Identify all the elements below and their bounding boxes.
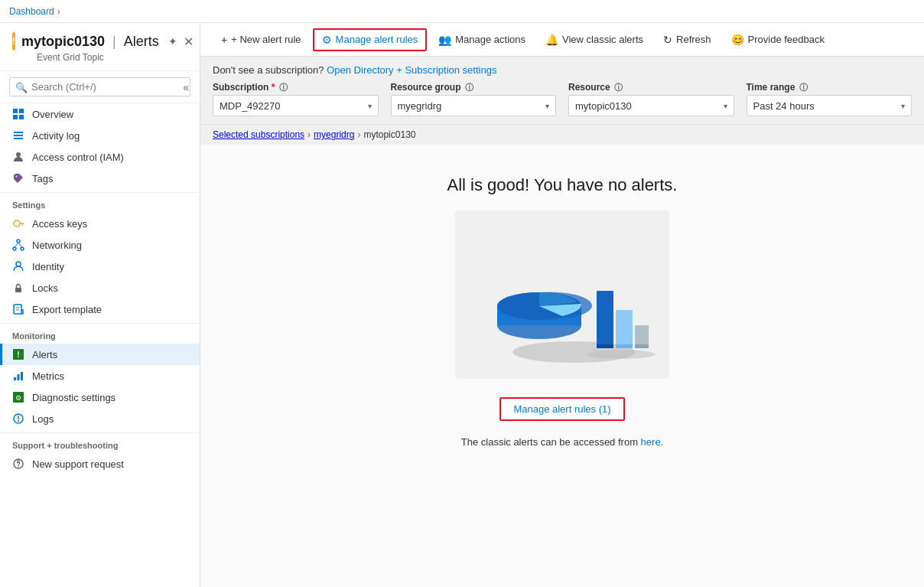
sidebar-item-overview[interactable]: Overview xyxy=(0,103,200,125)
sidebar-item-locks[interactable]: Locks xyxy=(0,277,200,298)
metrics-icon xyxy=(12,370,24,382)
sidebar-item-networking[interactable]: Networking xyxy=(0,234,200,256)
search-input[interactable] xyxy=(9,77,190,96)
required-marker: * xyxy=(272,82,275,93)
subscription-info-icon: ⓘ xyxy=(279,83,288,92)
sidebar-item-diagnostic[interactable]: ⚙ Diagnostic settings xyxy=(0,386,200,408)
sidebar-item-tags[interactable]: Tags xyxy=(0,168,200,189)
feedback-button[interactable]: 😊 Provide feedback xyxy=(723,29,833,51)
sidebar-item-metrics[interactable]: Metrics xyxy=(0,365,200,386)
sidebar-item-support[interactable]: New support request xyxy=(0,453,200,474)
svg-rect-19 xyxy=(14,305,21,314)
view-classic-alerts-button[interactable]: 🔔 View classic alerts xyxy=(537,29,652,51)
resource-value: mytopic0130 xyxy=(575,100,721,112)
new-alert-rule-button[interactable]: + + New alert rule xyxy=(213,29,310,51)
resource-group-select[interactable]: myegridrg ▾ xyxy=(391,95,557,116)
svg-rect-1 xyxy=(19,109,24,113)
pin-icon[interactable]: ✦ xyxy=(168,35,177,47)
main-message-area: All is good! You have no alerts. xyxy=(200,145,924,463)
resource-label: Resource ⓘ xyxy=(568,82,734,93)
no-alerts-illustration xyxy=(455,210,669,379)
resource-separator: | xyxy=(112,34,116,50)
time-range-select[interactable]: Past 24 hours ▾ xyxy=(747,95,913,116)
classic-alerts-link[interactable]: here. xyxy=(641,436,664,448)
no-alerts-heading: All is good! You have no alerts. xyxy=(447,175,678,195)
breadcrumb-sep1: › xyxy=(307,129,311,140)
sidebar-item-label: Metrics xyxy=(32,370,64,382)
close-icon[interactable]: ✕ xyxy=(184,34,194,49)
manage-alert-rules-link-button[interactable]: Manage alert rules (1) xyxy=(499,397,624,421)
open-directory-link[interactable]: Open Directory + Subscription settings xyxy=(327,64,496,76)
refresh-icon: ↻ xyxy=(663,34,672,46)
classic-alerts-prefix: The classic alerts can be accessed from xyxy=(461,436,638,448)
breadcrumb-home[interactable]: Dashboard xyxy=(9,6,54,17)
sidebar-item-export[interactable]: Export template xyxy=(0,298,200,320)
svg-line-15 xyxy=(15,243,18,247)
support-section: New support request xyxy=(0,453,200,474)
time-range-chevron-icon: ▾ xyxy=(901,102,905,110)
time-range-filter-group: Time range ⓘ Past 24 hours ▾ xyxy=(747,82,913,116)
svg-text:!: ! xyxy=(17,351,19,359)
resource-page: Alerts xyxy=(124,34,159,50)
sidebar-item-accesskeys[interactable]: Access keys xyxy=(0,213,200,234)
search-icon: 🔍 xyxy=(15,81,28,93)
new-alert-rule-label: + New alert rule xyxy=(231,34,301,45)
breadcrumb-sep2: › xyxy=(357,129,360,140)
manage-alert-rules-button[interactable]: ⚙ Manage alert rules xyxy=(313,28,428,51)
subscription-chevron-icon: ▾ xyxy=(368,102,372,110)
svg-rect-5 xyxy=(14,135,23,136)
resource-name: mytopic0130 xyxy=(21,34,105,50)
svg-rect-45 xyxy=(635,344,649,348)
time-range-value: Past 24 hours xyxy=(753,100,899,112)
overview-icon xyxy=(12,108,24,120)
sidebar-search-container: 🔍 « xyxy=(0,71,200,103)
sidebar: ! mytopic0130 | Alerts ✦ ✕ Event Grid To… xyxy=(0,23,200,587)
manage-alert-rules-label: Manage alert rules xyxy=(336,34,418,45)
feedback-label: Provide feedback xyxy=(748,34,825,45)
svg-rect-6 xyxy=(14,132,23,133)
svg-point-46 xyxy=(587,350,656,359)
subscription-label: Subscription * ⓘ xyxy=(213,82,379,93)
collapse-button[interactable]: « xyxy=(183,81,189,93)
svg-text:⚙: ⚙ xyxy=(15,394,21,402)
svg-point-14 xyxy=(21,247,24,250)
refresh-label: Refresh xyxy=(676,34,711,45)
settings-section: Access keys Networking Identity Locks xyxy=(0,213,200,320)
illustration-svg xyxy=(463,218,662,371)
sidebar-item-identity[interactable]: Identity xyxy=(0,256,200,277)
manage-actions-button[interactable]: 👥 Manage actions xyxy=(430,29,534,51)
subscription-select[interactable]: MDP_492270 ▾ xyxy=(213,95,379,116)
sidebar-item-logs[interactable]: Logs xyxy=(0,408,200,429)
svg-point-9 xyxy=(14,220,20,227)
settings-section-label: Settings xyxy=(0,192,200,213)
toolbar: + + New alert rule ⚙ Manage alert rules … xyxy=(200,23,924,57)
resource-type: Event Grid Topic xyxy=(37,52,187,63)
sidebar-item-label: Access control (IAM) xyxy=(32,152,124,163)
svg-rect-40 xyxy=(597,291,613,348)
svg-rect-25 xyxy=(18,374,20,380)
classic-alerts-text: The classic alerts can be accessed from … xyxy=(461,436,663,448)
networking-icon xyxy=(12,239,24,251)
breadcrumb: Dashboard › xyxy=(9,6,60,17)
resource-select[interactable]: mytopic0130 ▾ xyxy=(568,95,734,116)
bell-icon: 🔔 xyxy=(545,34,558,46)
time-range-label: Time range ⓘ xyxy=(747,82,913,93)
top-bar: Dashboard › xyxy=(0,0,924,23)
svg-rect-2 xyxy=(13,115,18,119)
refresh-button[interactable]: ↻ Refresh xyxy=(655,29,720,51)
sidebar-item-alerts[interactable]: ! Alerts xyxy=(0,344,200,365)
sidebar-item-iam[interactable]: Access control (IAM) xyxy=(0,146,200,168)
svg-point-17 xyxy=(16,262,21,266)
resource-group-info-icon: ⓘ xyxy=(465,83,473,92)
svg-rect-3 xyxy=(19,115,24,119)
notice-text: Don't see a subscription? xyxy=(213,64,324,76)
subscription-filter-group: Subscription * ⓘ MDP_492270 ▾ xyxy=(213,82,379,116)
sidebar-item-label: Identity xyxy=(32,261,64,272)
resource-group-link[interactable]: myegridrg xyxy=(314,129,354,140)
content-breadcrumb: Selected subscriptions › myegridrg › myt… xyxy=(200,125,924,145)
monitoring-section-label: Monitoring xyxy=(0,323,200,344)
subscription-value: MDP_492270 xyxy=(220,100,365,112)
sidebar-item-activitylog[interactable]: Activity log xyxy=(0,125,200,146)
selected-subscriptions-link[interactable]: Selected subscriptions xyxy=(213,129,304,140)
sidebar-item-label: Export template xyxy=(32,304,102,315)
